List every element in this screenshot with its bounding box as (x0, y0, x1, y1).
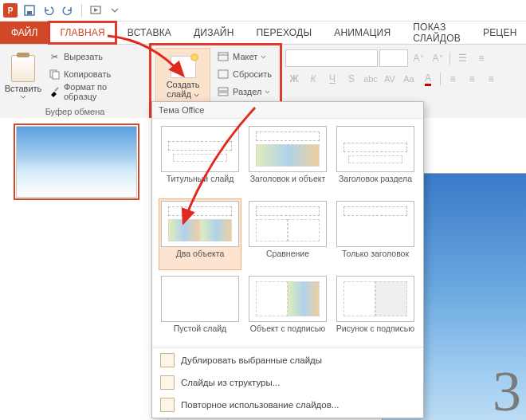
app-icon: P (3, 3, 18, 18)
quick-access-toolbar: P (0, 0, 526, 22)
svg-rect-5 (218, 53, 228, 61)
bullets-icon[interactable]: ☰ (453, 49, 471, 67)
paste-label: Вставить (5, 84, 42, 93)
slide-thumbnail-1[interactable] (16, 126, 137, 198)
tab-slideshow[interactable]: ПОКАЗ СЛАЙДОВ (402, 22, 472, 44)
layout-title-only[interactable]: Только заголовок (334, 198, 417, 270)
tab-animations[interactable]: АНИМАЦИЯ (323, 22, 402, 44)
align-center-icon[interactable]: ≡ (463, 70, 481, 88)
layout-label: Два объекта (176, 249, 224, 268)
separator (449, 52, 450, 65)
copy-button[interactable]: Копировать (45, 65, 145, 83)
text-shadow-button[interactable]: abc (362, 70, 379, 88)
ribbon-tabs: ФАЙЛ ГЛАВНАЯ ВСТАВКА ДИЗАЙН ПЕРЕХОДЫ АНИ… (0, 22, 526, 45)
align-right-icon[interactable]: ≡ (482, 70, 500, 88)
gallery-header: Тема Office (152, 102, 423, 119)
layout-section-header[interactable]: Заголовок раздела (334, 124, 417, 195)
italic-button[interactable]: К (304, 70, 322, 88)
change-case-button[interactable]: Aa (400, 70, 418, 88)
tab-insert[interactable]: ВСТАВКА (116, 22, 183, 44)
action-label: Слайды из структуры... (181, 378, 280, 387)
layout-two-content[interactable]: Два объекта (159, 198, 241, 270)
svg-rect-9 (218, 92, 228, 96)
reset-icon (217, 68, 230, 80)
duplicate-slides-action[interactable]: Дублировать выбранные слайды (152, 349, 423, 371)
gallery-footer: Дублировать выбранные слайды Слайды из с… (152, 347, 423, 418)
tab-review[interactable]: РЕЦЕН (472, 22, 526, 44)
font-size-select[interactable] (379, 49, 408, 67)
font-family-select[interactable] (285, 49, 378, 67)
reuse-icon (160, 398, 175, 412)
layout-blank[interactable]: Пустой слайд (159, 273, 241, 345)
chevron-down-icon (20, 95, 26, 100)
strike-button[interactable]: S (343, 70, 360, 88)
undo-icon[interactable] (41, 3, 56, 18)
start-slideshow-icon[interactable] (88, 3, 103, 18)
layout-button[interactable]: Макет (214, 48, 275, 65)
chevron-down-icon (265, 90, 270, 94)
outline-icon (160, 375, 175, 390)
layout-icon (217, 50, 230, 63)
tab-home[interactable]: ГЛАВНАЯ (49, 22, 116, 44)
separator (81, 4, 82, 17)
layout-label: Заголовок раздела (339, 174, 412, 193)
svg-rect-8 (218, 88, 228, 91)
layout-label: Макет (233, 52, 257, 61)
layout-comparison[interactable]: Сравнение (246, 198, 329, 270)
new-slide-button[interactable]: Создать слайд (155, 48, 210, 106)
action-label: Дублировать выбранные слайды (181, 355, 322, 365)
align-left-icon[interactable]: ≡ (444, 70, 461, 88)
separator (440, 73, 441, 85)
layout-label: Титульный слайд (167, 174, 234, 193)
shrink-font-icon[interactable]: A˅ (429, 49, 446, 67)
save-icon[interactable] (22, 3, 37, 18)
layout-label: Объект с подписью (250, 324, 325, 343)
tab-transitions[interactable]: ПЕРЕХОДЫ (245, 22, 324, 44)
reuse-slides-action[interactable]: Повторное использование слайдов... (152, 394, 423, 416)
qat-customize-icon[interactable] (108, 3, 122, 18)
new-slide-icon (171, 56, 196, 78)
svg-rect-4 (53, 72, 59, 79)
copy-label: Копировать (64, 69, 111, 79)
grow-font-icon[interactable]: A˄ (410, 49, 427, 67)
scissors-icon: ✂ (48, 50, 61, 63)
new-slide-label-2: слайд (167, 89, 199, 99)
slides-from-outline-action[interactable]: Слайды из структуры... (152, 371, 423, 394)
reset-button[interactable]: Сбросить (214, 65, 275, 83)
tab-design[interactable]: ДИЗАЙН (183, 22, 245, 44)
layout-picture-caption[interactable]: Рисунок с подписью (334, 273, 417, 345)
format-painter-button[interactable]: Формат по образцу (45, 83, 145, 100)
action-label: Повторное использование слайдов... (181, 400, 339, 410)
slide-thumbnail-pane[interactable] (0, 118, 168, 420)
font-color-button[interactable]: A (419, 70, 437, 88)
paste-button[interactable]: Вставить (5, 48, 41, 106)
bold-button[interactable]: Ж (285, 70, 303, 88)
layout-label: Только заголовок (342, 249, 409, 268)
layout-label: Сравнение (266, 249, 309, 268)
layout-title-content[interactable]: Заголовок и объект (246, 124, 329, 195)
section-button[interactable]: Раздел (214, 83, 275, 100)
svg-rect-1 (27, 11, 32, 14)
new-slide-gallery: Тема Office Титульный слайд Заголовок и … (151, 101, 424, 418)
copy-icon (48, 68, 61, 80)
group-clipboard: Вставить ✂ Вырезать Копировать Формат по… (0, 45, 151, 118)
layout-label: Пустой слайд (174, 324, 226, 343)
reset-label: Сбросить (233, 69, 272, 79)
numbering-icon[interactable]: ≡ (473, 49, 490, 67)
gallery-grid: Титульный слайд Заголовок и объект Загол… (152, 119, 423, 347)
underline-button[interactable]: Ч (324, 70, 341, 88)
clipboard-icon (11, 55, 35, 82)
layout-label: Рисунок с подписью (336, 324, 414, 343)
layout-title-slide[interactable]: Титульный слайд (159, 124, 241, 195)
new-slide-label-1: Создать (167, 80, 200, 89)
layout-content-caption[interactable]: Объект с подписью (246, 273, 329, 345)
brush-icon (48, 85, 61, 98)
redo-icon[interactable] (61, 3, 75, 18)
char-spacing-button[interactable]: AV (381, 70, 398, 88)
section-icon (217, 85, 230, 98)
cut-button[interactable]: ✂ Вырезать (45, 48, 145, 65)
duplicate-icon (160, 353, 175, 367)
group-clipboard-label: Буфер обмена (5, 106, 145, 116)
tab-file[interactable]: ФАЙЛ (0, 22, 49, 44)
annotation-number: 3 (493, 359, 521, 420)
